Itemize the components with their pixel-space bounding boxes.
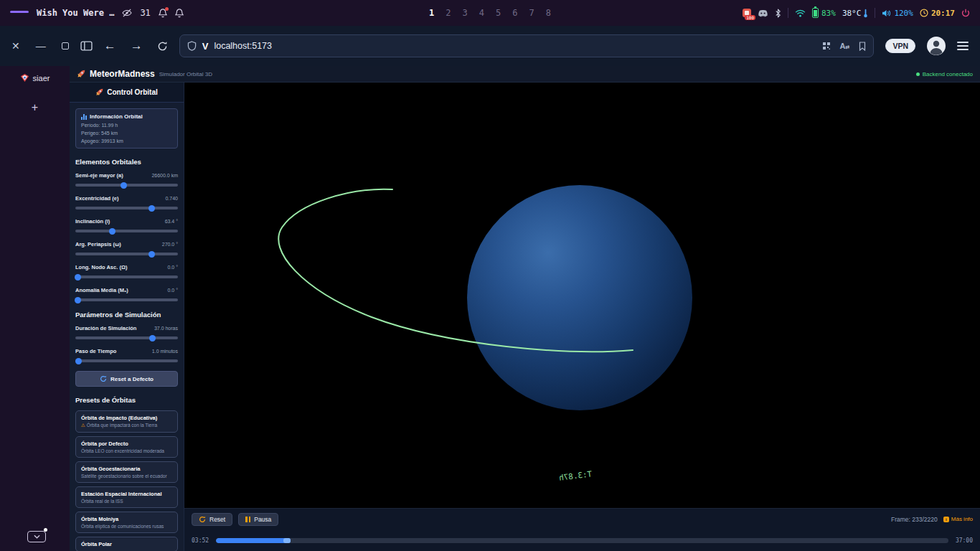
- preset-card-geostationary[interactable]: Órbita Geoestacionaria Satélite geoestac…: [75, 461, 178, 483]
- address-bar[interactable]: V localhost:5173 A⇄: [179, 34, 875, 57]
- app-body: Control Orbital Información Orbital Perí…: [70, 83, 980, 551]
- chevron-down-icon: [34, 534, 40, 539]
- preset-card-molniya[interactable]: Órbita Molniya Órbita elíptica de comuni…: [75, 512, 178, 533]
- slider-label: Semi-eje mayor (a): [75, 172, 123, 179]
- slider-row[interactable]: Semi-eje mayor (a)26600.0 km: [75, 172, 178, 187]
- slider-thumb[interactable]: [121, 182, 127, 189]
- slider-row[interactable]: Paso de Tiempo1.0 minutos: [75, 348, 178, 362]
- slider-track[interactable]: [75, 207, 178, 209]
- battery-status[interactable]: 83%: [812, 8, 836, 18]
- close-window-icon[interactable]: ✕: [11, 41, 20, 51]
- back-icon[interactable]: ←: [104, 39, 116, 53]
- more-info-link[interactable]: i Más info: [943, 516, 973, 522]
- screen: Wish You Were … 31 1 2 3 4 5 6 7 8: [0, 0, 980, 551]
- slider-thumb[interactable]: [149, 335, 156, 342]
- slider-track[interactable]: [75, 336, 178, 339]
- workspace-8[interactable]: 8: [546, 8, 551, 18]
- clock-icon: [920, 9, 928, 17]
- rocket-icon: [95, 88, 103, 96]
- power-icon[interactable]: [961, 9, 970, 17]
- thermometer-icon: [863, 9, 868, 18]
- slider-row[interactable]: Arg. Periapsis (ω)270.0 °: [75, 241, 178, 255]
- eye-slash-icon[interactable]: [122, 9, 132, 17]
- volume-percent: 120%: [894, 9, 913, 18]
- workspace-profile[interactable]: siaer: [20, 73, 50, 83]
- slider-row[interactable]: Anomalía Media (M₀)0.0 °: [75, 287, 178, 301]
- workspace-7[interactable]: 7: [529, 8, 534, 18]
- minimize-window-icon[interactable]: —: [36, 41, 46, 51]
- discord-icon[interactable]: [758, 9, 768, 17]
- slider-thumb[interactable]: [149, 205, 155, 212]
- qr-code-icon[interactable]: [822, 42, 831, 50]
- tray-app-icon[interactable]: 100: [743, 9, 751, 17]
- reset-button[interactable]: Reset: [192, 513, 232, 526]
- add-workspace-button[interactable]: +: [32, 101, 38, 114]
- slider-value: 270.0 °: [162, 242, 178, 247]
- workspace-5[interactable]: 5: [496, 8, 501, 18]
- slider-thumb[interactable]: [109, 228, 116, 235]
- orbit-3d-viewport[interactable]: T:3.87h: [184, 83, 980, 508]
- slider-row[interactable]: Long. Nodo Asc. (Ω)0.0 °: [75, 264, 178, 278]
- workspace-4[interactable]: 4: [479, 8, 484, 18]
- workspace-6[interactable]: 6: [512, 8, 517, 18]
- shield-icon[interactable]: [187, 41, 197, 51]
- slider-value: 0.740: [165, 196, 178, 201]
- slider-value: 1.0 minutos: [152, 349, 178, 354]
- slider-thumb[interactable]: [75, 297, 81, 303]
- forward-icon[interactable]: →: [131, 39, 143, 53]
- reload-icon[interactable]: [157, 41, 168, 52]
- slider-thumb[interactable]: [75, 274, 81, 281]
- section-presets: Presets de Órbitas: [75, 396, 178, 404]
- main-row: siaer + MeteorMadness Simulador Orbital …: [0, 66, 980, 551]
- window-controls: ✕ —: [11, 41, 69, 51]
- bell-icon[interactable]: [175, 9, 184, 18]
- pause-button[interactable]: Pausa: [238, 513, 278, 526]
- reset-default-button[interactable]: Reset a Defecto: [75, 371, 178, 387]
- slider-track[interactable]: [75, 298, 178, 301]
- slider-value: 37.0 horas: [154, 326, 178, 331]
- wifi-icon[interactable]: [795, 9, 806, 17]
- slider-track[interactable]: [75, 253, 178, 255]
- slider-track[interactable]: [75, 276, 178, 278]
- slider-label: Duración de Simulación: [75, 325, 136, 331]
- panel-scroll-area[interactable]: Información Orbital Período: 11.99 h Per…: [70, 103, 184, 551]
- slider-track[interactable]: [75, 359, 178, 362]
- orbital-control-panel: Control Orbital Información Orbital Perí…: [70, 83, 184, 551]
- preset-card-impact[interactable]: Órbita de Impacto (Educativa) ⚠Órbita qu…: [75, 410, 178, 433]
- menu-icon[interactable]: [957, 42, 969, 50]
- maximize-window-icon[interactable]: [62, 42, 69, 50]
- slider-row[interactable]: Excentricidad (e)0.740: [75, 195, 178, 209]
- slider-row[interactable]: Inclinación (i)63.4 °: [75, 218, 178, 232]
- profile-avatar[interactable]: [927, 37, 946, 55]
- bookmark-icon[interactable]: [859, 42, 866, 51]
- sidebar-toggle-icon[interactable]: [80, 41, 93, 51]
- slider-thumb[interactable]: [75, 358, 82, 364]
- slider-thumb[interactable]: [149, 251, 155, 258]
- slider-row[interactable]: Duración de Simulación37.0 horas: [75, 325, 178, 339]
- volume-status[interactable]: 120%: [882, 9, 913, 18]
- battery-percent: 83%: [821, 9, 836, 18]
- timeline-thumb[interactable]: [283, 538, 291, 543]
- workspace-3[interactable]: 3: [463, 8, 468, 18]
- collapse-panel-button[interactable]: [27, 531, 46, 542]
- translate-icon[interactable]: A⇄: [840, 42, 850, 50]
- panel-title: Control Orbital: [70, 83, 184, 103]
- preset-card-iss[interactable]: Estación Espacial Internacional Órbita r…: [75, 486, 178, 508]
- timeline-track[interactable]: [216, 538, 948, 543]
- bluetooth-icon[interactable]: [775, 9, 781, 18]
- slider-track[interactable]: [75, 230, 178, 232]
- workspace-2[interactable]: 2: [446, 8, 451, 18]
- bell-badge-icon[interactable]: [159, 9, 167, 18]
- preset-card-polar[interactable]: Órbita Polar: [75, 537, 178, 551]
- preset-card-default[interactable]: Órbita por Defecto Órbita LEO con excent…: [75, 436, 178, 458]
- reset-icon: [199, 516, 206, 523]
- workspace-1[interactable]: 1: [429, 8, 434, 18]
- vpn-button[interactable]: VPN: [885, 39, 915, 53]
- warning-icon: ⚠: [81, 423, 85, 428]
- address-url[interactable]: localhost:5173: [214, 41, 272, 51]
- timeline: 03:52 37:00: [184, 529, 980, 551]
- elapsed-time: 03:52: [192, 537, 209, 544]
- slider-track[interactable]: [75, 184, 178, 187]
- app-title: MeteorMadness: [90, 69, 155, 79]
- clock-widget[interactable]: 20:17: [920, 9, 955, 18]
